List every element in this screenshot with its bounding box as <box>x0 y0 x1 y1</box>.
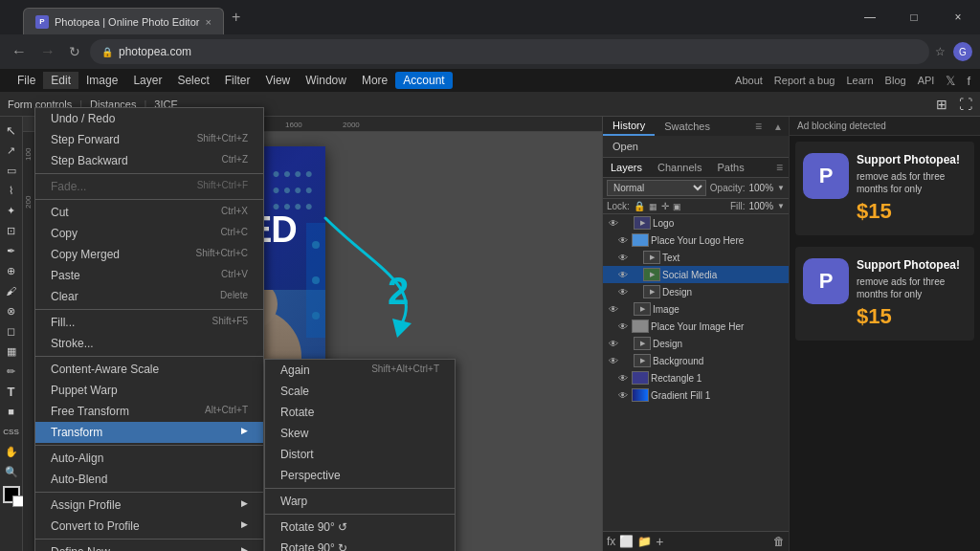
transform-rotate-90-ccw[interactable]: Rotate 90° ↺ <box>265 517 455 538</box>
layer-eye-icon[interactable]: 👁 <box>616 235 630 246</box>
layer-row[interactable]: 👁 Place Your Image Her <box>603 318 789 335</box>
layer-fx-icon[interactable]: fx <box>607 535 615 548</box>
tab-close-icon[interactable]: × <box>205 16 211 28</box>
layer-row[interactable]: 👁 Place Your Logo Here <box>603 231 789 249</box>
tool-css[interactable]: CSS <box>2 422 21 441</box>
layer-row[interactable]: 👁 ▶ Text <box>603 249 789 266</box>
edit-assign-profile[interactable]: Assign Profile▶ <box>35 495 263 516</box>
edit-auto-align[interactable]: Auto-Align <box>35 448 263 469</box>
edit-copy[interactable]: CopyCtrl+C <box>35 223 263 244</box>
edit-content-aware-scale[interactable]: Content-Aware Scale <box>35 359 263 380</box>
layer-row[interactable]: 👁 Rectangle 1 <box>603 369 789 386</box>
layer-row[interactable]: 👁 ▶ Logo <box>603 214 789 231</box>
menu-more[interactable]: More <box>354 72 395 89</box>
transform-skew[interactable]: Skew <box>265 423 455 444</box>
layer-row-selected[interactable]: 👁 ▶ Social Media <box>603 266 789 283</box>
tool-heal[interactable]: ⊕ <box>2 261 21 280</box>
address-bar[interactable]: 🔒 photopea.com <box>90 39 929 64</box>
edit-clear[interactable]: ClearDelete <box>35 286 263 307</box>
menu-select[interactable]: Select <box>169 72 216 89</box>
edit-fade[interactable]: Fade...Shift+Ctrl+F <box>35 176 263 197</box>
transform-rotate-90-cw[interactable]: Rotate 90° ↻ <box>265 538 455 551</box>
edit-auto-blend[interactable]: Auto-Blend <box>35 469 263 490</box>
ad-block-1[interactable]: P Support Photopea! remove ads for three… <box>795 142 974 235</box>
menu-filter[interactable]: Filter <box>217 72 258 89</box>
layer-row[interactable]: 👁 ▶ Background <box>603 352 789 369</box>
back-button[interactable]: ← <box>8 41 31 62</box>
minimize-button[interactable]: — <box>848 0 892 34</box>
maximize-button[interactable]: □ <box>892 0 936 34</box>
browser-tab[interactable]: P Photopea | Online Photo Editor × <box>23 8 224 34</box>
transform-perspective[interactable]: Perspective <box>265 465 455 486</box>
layer-eye-icon[interactable]: 👁 <box>607 339 620 349</box>
tab-channels[interactable]: Channels <box>650 159 709 176</box>
layer-eye-icon[interactable]: 👁 <box>616 390 630 401</box>
edit-paste[interactable]: PasteCtrl+V <box>35 265 263 286</box>
tool-eyedropper[interactable]: ✒ <box>2 241 21 260</box>
tool-brush[interactable]: 🖌 <box>2 281 21 300</box>
menu-file[interactable]: File <box>10 72 43 89</box>
layer-row[interactable]: 👁 Gradient Fill 1 <box>603 386 789 404</box>
menu-image[interactable]: Image <box>78 72 125 89</box>
layer-eye-icon[interactable]: 👁 <box>616 270 630 280</box>
edit-free-transform[interactable]: Free TransformAlt+Ctrl+T <box>35 401 263 422</box>
layer-add-icon[interactable]: + <box>656 534 663 549</box>
refresh-button[interactable]: ↻ <box>65 42 84 61</box>
tool-hand[interactable]: ✋ <box>2 442 21 461</box>
transform-scale[interactable]: Scale <box>265 381 455 402</box>
layer-eye-icon[interactable]: 👁 <box>607 356 620 366</box>
layer-eye-icon[interactable]: 👁 <box>607 218 620 229</box>
foreground-color[interactable] <box>3 486 20 503</box>
new-tab-button[interactable]: + <box>224 9 248 26</box>
forward-button[interactable]: → <box>36 41 59 62</box>
grid-icon[interactable]: ⊞ <box>932 97 951 112</box>
tool-wand[interactable]: ✦ <box>2 201 21 220</box>
edit-step-backward[interactable]: Step BackwardCtrl+Z <box>35 150 263 171</box>
transform-warp[interactable]: Warp <box>265 491 455 512</box>
transform-again[interactable]: AgainShift+Alt+Ctrl+T <box>265 360 455 381</box>
facebook-icon[interactable]: f <box>967 74 970 88</box>
edit-step-forward[interactable]: Step ForwardShift+Ctrl+Z <box>35 129 263 150</box>
menu-account[interactable]: Account <box>395 72 452 89</box>
history-item-open[interactable]: Open <box>603 138 789 155</box>
tool-pen[interactable]: ✏ <box>2 362 21 381</box>
layer-delete-icon[interactable]: 🗑 <box>773 535 785 548</box>
tab-swatches[interactable]: Swatches <box>655 118 720 135</box>
help-learn[interactable]: Learn <box>846 75 873 86</box>
menu-edit[interactable]: Edit <box>43 72 78 89</box>
opacity-dropdown-icon[interactable]: ▼ <box>777 184 785 192</box>
tool-text[interactable]: T <box>2 382 21 401</box>
tool-direct-select[interactable]: ↗ <box>2 141 21 160</box>
transform-rotate[interactable]: Rotate <box>265 402 455 423</box>
fill-value[interactable]: 100% <box>749 201 774 211</box>
help-blog[interactable]: Blog <box>885 75 906 86</box>
layers-options-icon[interactable]: ≡ <box>770 158 789 177</box>
lock-pos-icon[interactable]: 🔒 <box>634 201 645 211</box>
profile-icon[interactable]: G <box>953 42 972 61</box>
tool-crop[interactable]: ⊡ <box>2 221 21 240</box>
menu-layer[interactable]: Layer <box>125 72 169 89</box>
tool-clone[interactable]: ⊗ <box>2 301 21 320</box>
tool-gradient[interactable]: ▦ <box>2 342 21 361</box>
layer-mask-icon[interactable]: ⬜ <box>619 535 634 548</box>
edit-stroke[interactable]: Stroke... <box>35 333 263 354</box>
layer-eye-icon[interactable]: 👁 <box>616 253 630 263</box>
layer-eye-icon[interactable]: 👁 <box>607 304 620 315</box>
layer-row[interactable]: 👁 ▶ Image <box>603 300 789 318</box>
edit-transform[interactable]: Transform▶ <box>35 422 263 443</box>
help-about[interactable]: About <box>735 75 763 86</box>
panel-collapse-icon[interactable]: ▲ <box>768 119 789 135</box>
tool-eraser[interactable]: ◻ <box>2 321 21 341</box>
layer-eye-icon[interactable]: 👁 <box>616 287 630 298</box>
edit-fill[interactable]: Fill...Shift+F5 <box>35 312 263 333</box>
layer-eye-icon[interactable]: 👁 <box>616 321 630 332</box>
tab-layers[interactable]: Layers <box>603 159 650 176</box>
tool-shape[interactable]: ■ <box>2 402 21 421</box>
tool-marquee[interactable]: ▭ <box>2 161 21 180</box>
twitter-icon[interactable]: 𝕏 <box>946 74 955 88</box>
tool-lasso[interactable]: ⌇ <box>2 181 21 200</box>
menu-window[interactable]: Window <box>298 72 354 89</box>
lock-all-icon[interactable]: ▣ <box>673 202 681 211</box>
tool-zoom-tool[interactable]: 🔍 <box>2 462 21 481</box>
edit-define-new[interactable]: Define New▶ <box>35 541 263 551</box>
